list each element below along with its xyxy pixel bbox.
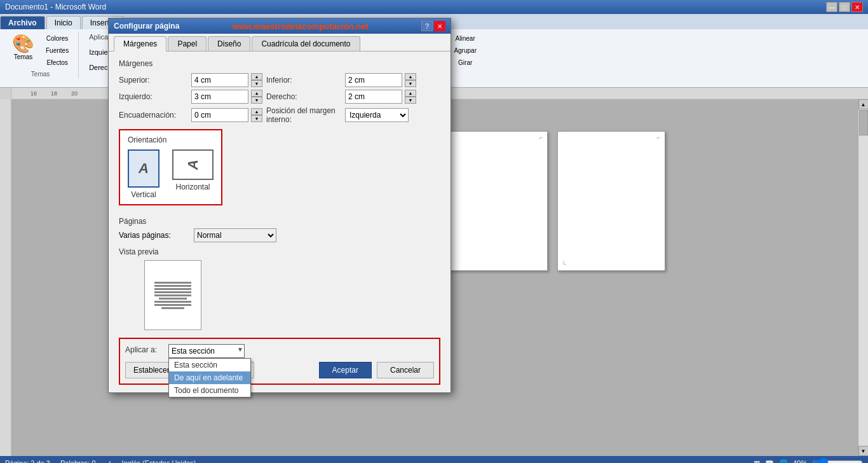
preview-line-6 bbox=[159, 298, 186, 300]
horizontal-option[interactable]: A Horizontal bbox=[172, 149, 214, 199]
agrupar-button[interactable]: Agrupar bbox=[449, 45, 481, 56]
scroll-track[interactable] bbox=[858, 109, 868, 446]
margin-fields-grid: Superior: ▲ ▼ Inferior: ▲ ▼ Izquierdo: ▲… bbox=[119, 73, 440, 124]
inferior-label: Inferior: bbox=[266, 76, 342, 85]
scroll-thumb[interactable] bbox=[859, 110, 868, 135]
preview-line-3 bbox=[154, 288, 191, 290]
view-normal-icon[interactable]: ▦ bbox=[754, 459, 760, 464]
vertical-label: Vertical bbox=[131, 190, 156, 199]
derecho-label: Derecho: bbox=[266, 92, 342, 101]
horizontal-label: Horizontal bbox=[175, 183, 210, 191]
derecho-spin: ▲ ▼ bbox=[405, 90, 416, 104]
varias-pages-select-wrap: Normal Márgenes simétricos 2 páginas por… bbox=[194, 228, 276, 242]
temas-button[interactable]: 🎨 Temas bbox=[8, 33, 39, 62]
izquierdo-spin-down[interactable]: ▼ bbox=[251, 97, 262, 104]
dialog-titlebar: Configurar página www.maestrodelacomputa… bbox=[109, 18, 451, 34]
derecho-input[interactable] bbox=[345, 90, 402, 104]
corner-mark-tr3: ⌐ bbox=[539, 134, 543, 141]
izquierdo-spin-up[interactable]: ▲ bbox=[251, 90, 262, 97]
dialog-help-button[interactable]: ? bbox=[421, 21, 433, 31]
preview-line-7 bbox=[154, 301, 191, 303]
word-count: Palabras: 0 bbox=[60, 459, 96, 464]
inferior-input[interactable] bbox=[345, 73, 402, 87]
superior-spin: ▲ ▼ bbox=[251, 73, 262, 87]
view-web-icon[interactable]: 🌐 bbox=[779, 459, 788, 464]
language: Inglés (Estados Unidos) bbox=[122, 459, 196, 464]
girar-button[interactable]: Girar bbox=[449, 57, 481, 68]
varias-pages-label: Páginas bbox=[119, 217, 189, 226]
izquierdo-label: Izquierdo: bbox=[119, 92, 189, 101]
aplicar-label: Aplicar a: bbox=[125, 344, 163, 354]
aceptar-button[interactable]: Aceptar bbox=[319, 362, 372, 378]
aplicar-input[interactable] bbox=[168, 344, 245, 358]
minimize-button[interactable]: — bbox=[826, 2, 837, 12]
dialog-close-button[interactable]: ✕ bbox=[434, 21, 445, 31]
preview-section: Vista previa bbox=[119, 247, 440, 330]
confirm-buttons: Aceptar Cancelar bbox=[319, 362, 434, 378]
zoom-slider[interactable] bbox=[812, 458, 863, 463]
posicion-margen-select-wrap: Izquierda Arriba bbox=[345, 108, 417, 122]
dialog-titlebar-right: ? ✕ bbox=[421, 21, 445, 31]
preview-line-1 bbox=[154, 282, 191, 284]
configurar-pagina-dialog: Configurar página www.maestrodelacomputa… bbox=[108, 18, 451, 393]
efectos-button[interactable]: Efectos bbox=[41, 57, 73, 68]
vertical-ruler bbox=[0, 99, 11, 456]
fuentes-button[interactable]: Fuentes bbox=[41, 45, 73, 56]
superior-label: Superior: bbox=[119, 76, 189, 85]
vertical-icon: A bbox=[128, 149, 159, 188]
inferior-spin-up[interactable]: ▲ bbox=[405, 73, 416, 80]
title-bar: Documento1 - Microsoft Word — □ ✕ bbox=[0, 0, 868, 14]
horizontal-icon: A bbox=[172, 149, 214, 180]
preview-page bbox=[144, 260, 201, 330]
tab-papel[interactable]: Papel bbox=[168, 36, 207, 51]
izquierdo-spin: ▲ ▼ bbox=[251, 90, 262, 104]
tab-cuadricula[interactable]: Cuadrícula del documento bbox=[252, 36, 360, 51]
encuadernacion-label: Encuadernación: bbox=[119, 111, 189, 120]
colores-button[interactable]: Colores bbox=[41, 33, 73, 44]
cancelar-button[interactable]: Cancelar bbox=[377, 362, 434, 378]
derecho-spin-up[interactable]: ▲ bbox=[405, 90, 416, 97]
aplicar-section: Aplicar a: ▼ Esta sección De aquí en ade… bbox=[119, 338, 440, 385]
posicion-margen-select[interactable]: Izquierda Arriba bbox=[345, 108, 409, 122]
tab-margenes[interactable]: Márgenes bbox=[114, 36, 166, 52]
status-bar-right: ▦ 📖 🌐 40% bbox=[754, 458, 863, 463]
inferior-spin-down[interactable]: ▼ bbox=[405, 80, 416, 87]
izquierdo-input[interactable] bbox=[191, 90, 248, 104]
page-preview-3: ⌐ └ bbox=[440, 131, 548, 271]
ribbon-group-temas: 🎨 Temas Colores Fuentes Efectos Temas bbox=[3, 32, 79, 79]
tab-inicio[interactable]: Inicio bbox=[46, 16, 81, 29]
scroll-up-button[interactable]: ▲ bbox=[858, 99, 869, 109]
varias-pages-field-label: Varias páginas: bbox=[119, 231, 189, 240]
spell-check-icon: ✓ bbox=[106, 459, 112, 464]
corner-mark-bl4: └ bbox=[562, 261, 566, 268]
vertical-option[interactable]: A Vertical bbox=[128, 149, 159, 199]
restore-button[interactable]: □ bbox=[839, 2, 850, 12]
encuadernacion-spin-down[interactable]: ▼ bbox=[251, 115, 262, 122]
aplicar-dropdown[interactable]: Esta sección De aquí en adelante Todo el… bbox=[168, 358, 251, 397]
option-esta-seccion[interactable]: Esta sección bbox=[169, 359, 250, 371]
derecho-spin-down[interactable]: ▼ bbox=[405, 97, 416, 104]
superior-spin-down[interactable]: ▼ bbox=[251, 80, 262, 87]
superior-spin-up[interactable]: ▲ bbox=[251, 73, 262, 80]
superior-input[interactable] bbox=[191, 73, 248, 87]
preview-line-9 bbox=[161, 307, 184, 309]
vertical-scrollbar[interactable]: ▲ ▼ bbox=[858, 99, 868, 456]
encuadernacion-input[interactable] bbox=[191, 108, 248, 122]
corner-mark-tr4: ⌐ bbox=[657, 134, 661, 141]
close-button[interactable]: ✕ bbox=[851, 2, 863, 12]
encuadernacion-spin-up[interactable]: ▲ bbox=[251, 108, 262, 115]
tab-diseno[interactable]: Diseño bbox=[208, 36, 250, 51]
varias-pages-select[interactable]: Normal Márgenes simétricos 2 páginas por… bbox=[194, 228, 276, 242]
status-bar-left: Página: 2 de 3 Palabras: 0 ✓ Inglés (Est… bbox=[5, 459, 196, 464]
orientacion-section: Orientación A Vertical A Horiz bbox=[119, 129, 222, 205]
alinear-button[interactable]: Alinear bbox=[449, 33, 481, 44]
view-reading-icon[interactable]: 📖 bbox=[765, 459, 774, 464]
page-preview-4: ⌐ └ bbox=[557, 131, 665, 271]
aplicar-row: Aplicar a: ▼ Esta sección De aquí en ade… bbox=[125, 344, 434, 358]
pages-section: Páginas bbox=[119, 217, 440, 226]
scroll-down-button[interactable]: ▼ bbox=[858, 446, 869, 456]
option-todo-documento[interactable]: Todo el documento bbox=[169, 384, 250, 397]
option-de-aqui[interactable]: De aquí en adelante bbox=[169, 371, 250, 384]
tab-archivo[interactable]: Archivo bbox=[0, 16, 45, 29]
dialog-body: Márgenes Superior: ▲ ▼ Inferior: ▲ ▼ Izq… bbox=[109, 52, 451, 392]
